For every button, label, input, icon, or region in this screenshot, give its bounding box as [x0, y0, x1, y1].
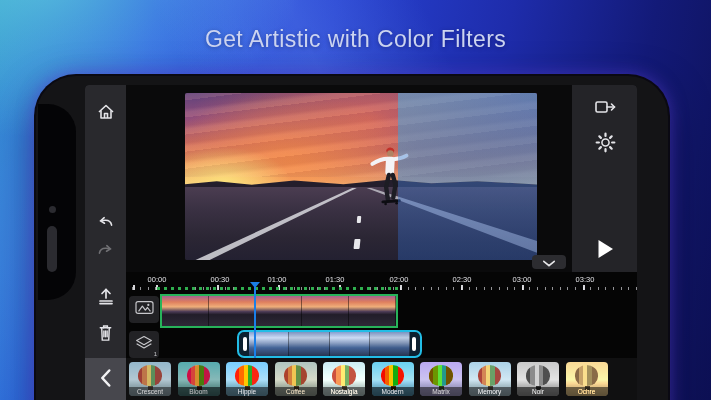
hot-air-balloon-image — [138, 365, 162, 386]
overlay-clip-thumbnail — [370, 332, 410, 356]
timeline-ruler[interactable]: 00:00 00:30 01:00 01:30 02:00 02:30 03:0… — [126, 272, 637, 292]
hot-air-balloon-image — [187, 365, 211, 386]
export-button[interactable] — [588, 96, 622, 122]
timeline-timestamp: 01:00 — [260, 275, 294, 284]
preview-panel — [126, 85, 572, 272]
overlay-clip-thumbnail — [330, 332, 370, 356]
speaker-grille — [47, 226, 57, 272]
filter-item[interactable]: Crescent — [129, 362, 171, 400]
timeline-timestamp: 03:30 — [568, 275, 602, 284]
home-icon — [96, 102, 116, 122]
timeline-timestamp: 01:30 — [318, 275, 352, 284]
center-lane-dash — [357, 216, 362, 223]
video-clip[interactable] — [160, 294, 398, 328]
hot-air-balloon-image — [526, 365, 550, 386]
filter-thumbnail: Noir — [517, 362, 559, 396]
filter-thumbnail: Memory — [469, 362, 511, 396]
filter-thumbnail: Ochre — [566, 362, 608, 396]
filter-item[interactable]: Hippie — [226, 362, 268, 400]
clip-trim-handle-right[interactable] — [412, 337, 416, 351]
overlay-track-icon — [134, 334, 154, 356]
clip-trim-handle-left[interactable] — [243, 337, 247, 351]
video-clip-thumbnail — [162, 296, 209, 326]
redo-icon — [96, 241, 115, 256]
redo-button[interactable] — [85, 235, 126, 261]
filter-label: Memory — [469, 387, 511, 396]
filter-label: Crescent — [129, 387, 171, 396]
overlay-track-header[interactable]: 1 — [129, 331, 159, 358]
filter-item[interactable]: Bloom — [178, 362, 220, 400]
filter-label: Noir — [517, 387, 559, 396]
hot-air-balloon-image — [429, 365, 453, 386]
left-toolbar — [85, 85, 126, 358]
filter-thumbnail: Coffee — [275, 362, 317, 396]
filter-item[interactable]: Modern — [372, 362, 414, 400]
filter-thumbnail: Hippie — [226, 362, 268, 396]
timeline: 00:00 00:30 01:00 01:30 02:00 02:30 03:0… — [126, 272, 637, 358]
collapse-panel-button[interactable] — [85, 358, 126, 400]
home-button[interactable] — [85, 99, 126, 125]
overlay-track-badge: 1 — [154, 351, 157, 357]
produce-button[interactable] — [85, 283, 126, 309]
video-track-icon — [134, 299, 155, 320]
hot-air-balloon-image — [478, 365, 502, 386]
video-clip-thumbnail — [256, 296, 303, 326]
filter-thumbnail: Nostalgia — [323, 362, 365, 396]
filter-label: Hippie — [226, 387, 268, 396]
center-lane-dash — [354, 239, 361, 249]
video-clip-thumbnail — [302, 296, 349, 326]
export-icon — [594, 98, 617, 120]
filter-item[interactable]: Memory — [469, 362, 511, 400]
filter-item[interactable]: Nostalgia — [323, 362, 365, 400]
timeline-timestamp: 00:30 — [203, 275, 237, 284]
filter-label: Ochre — [566, 387, 608, 396]
phone-camera-notch — [38, 104, 76, 300]
filter-label: Matrix — [420, 387, 462, 396]
undo-icon — [96, 213, 115, 228]
filter-thumbnail: Modern — [372, 362, 414, 396]
filter-blue-tint-layer — [398, 93, 537, 260]
hot-air-balloon-image — [332, 365, 356, 386]
video-clip-thumbnail — [209, 296, 256, 326]
app-screen: 00:00 00:30 01:00 01:30 02:00 02:30 03:0… — [85, 85, 637, 400]
hot-air-balloon-image — [575, 365, 599, 386]
ruler-green-markers — [157, 287, 400, 290]
filter-label: Coffee — [275, 387, 317, 396]
filter-item[interactable]: Noir — [517, 362, 559, 400]
selected-filter-clip[interactable] — [237, 330, 422, 358]
playhead[interactable] — [254, 284, 256, 358]
filter-item[interactable]: Ochre — [566, 362, 608, 400]
filter-item[interactable]: Matrix — [420, 362, 462, 400]
color-filter-split-overlay — [398, 93, 537, 260]
filter-thumbnail: Crescent — [129, 362, 171, 396]
play-icon — [595, 238, 615, 264]
filter-item[interactable]: Coffee — [275, 362, 317, 400]
gear-icon — [595, 132, 616, 157]
timeline-timestamp: 02:00 — [382, 275, 416, 284]
video-preview — [185, 93, 537, 260]
filter-strip: Crescent Bloom Hippie — [126, 358, 637, 400]
right-toolbar — [572, 85, 637, 272]
delete-button[interactable] — [85, 319, 126, 345]
settings-button[interactable] — [588, 131, 622, 157]
video-track-header[interactable] — [129, 296, 159, 323]
hot-air-balloon-image — [235, 365, 259, 386]
filter-label: Nostalgia — [323, 387, 365, 396]
timeline-timestamp: 03:00 — [505, 275, 539, 284]
chevron-down-icon — [542, 253, 556, 271]
timeline-timestamp: 02:30 — [445, 275, 479, 284]
promo-screenshot: Get Artistic with Color Filters — [0, 0, 711, 400]
filter-label: Modern — [372, 387, 414, 396]
collapse-left-icon — [98, 367, 113, 400]
video-clip-thumbnail — [349, 296, 396, 326]
undo-button[interactable] — [85, 207, 126, 233]
hide-timeline-button[interactable] — [532, 255, 566, 269]
filter-thumbnail: Bloom — [178, 362, 220, 396]
timeline-timestamp: 00:00 — [140, 275, 174, 284]
hot-air-balloon-image — [284, 365, 308, 386]
phone-mockup: 00:00 00:30 01:00 01:30 02:00 02:30 03:0… — [36, 76, 668, 400]
trash-icon — [96, 322, 115, 343]
play-button[interactable] — [588, 238, 622, 264]
produce-icon — [96, 286, 116, 306]
front-camera — [49, 206, 56, 213]
